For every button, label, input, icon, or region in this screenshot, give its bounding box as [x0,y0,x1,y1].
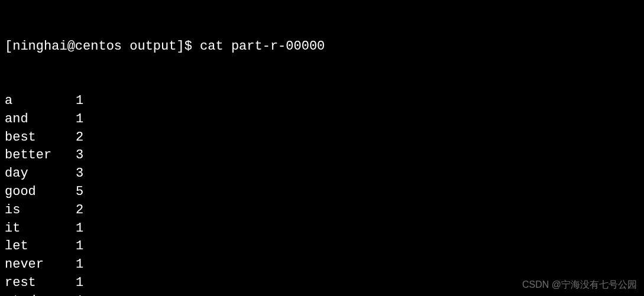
output-word: let [5,238,76,256]
output-count: 3 [76,147,83,165]
output-count: 1 [76,110,83,129]
output-count: 1 [76,274,83,292]
output-line: study1 [5,292,639,296]
command-text: cat part-r-00000 [200,39,325,54]
output-line: day3 [5,165,639,183]
output-word: never [5,256,76,274]
output-line: never1 [5,256,639,274]
output-line: a1 [5,92,639,110]
output-word: study [5,292,76,296]
prompt-close-bracket: ] [176,39,184,54]
output-count: 3 [76,165,83,183]
output-count: 2 [76,129,83,147]
output-count: 1 [76,238,83,256]
prompt-line: [ninghai@centos output]$ cat part-r-0000… [5,38,639,56]
output-word: a [5,92,76,110]
output-word: and [5,110,76,129]
prompt-at: @ [67,39,75,54]
output-word: better [5,147,76,165]
output-line: better3 [5,147,639,165]
output-count: 5 [76,183,83,201]
prompt-open-bracket: [ [5,39,12,54]
output-word: is [5,201,76,220]
output-word: best [5,129,76,147]
output-count: 2 [76,201,83,220]
prompt-user: ninghai [12,39,67,54]
output-line: is2 [5,201,639,220]
prompt-dir: output [130,39,176,54]
output-line: let1 [5,238,639,256]
output-word: good [5,183,76,201]
command-output: a1and1best2better3day3good5is2it1let1nev… [5,92,639,296]
output-word: it [5,220,76,238]
output-line: and1 [5,110,639,129]
watermark: CSDN @宁海没有七号公园 [522,278,637,291]
output-line: best2 [5,129,639,147]
output-line: good5 [5,183,639,201]
output-count: 1 [76,92,83,110]
output-word: day [5,165,76,183]
output-word: rest [5,274,76,292]
prompt-host: centos [75,39,122,54]
output-line: it1 [5,220,639,238]
output-count: 1 [76,292,83,296]
output-count: 1 [76,220,83,238]
terminal-window[interactable]: [ninghai@centos output]$ cat part-r-0000… [5,1,639,296]
prompt-symbol: $ [185,39,192,54]
output-count: 1 [76,256,83,274]
